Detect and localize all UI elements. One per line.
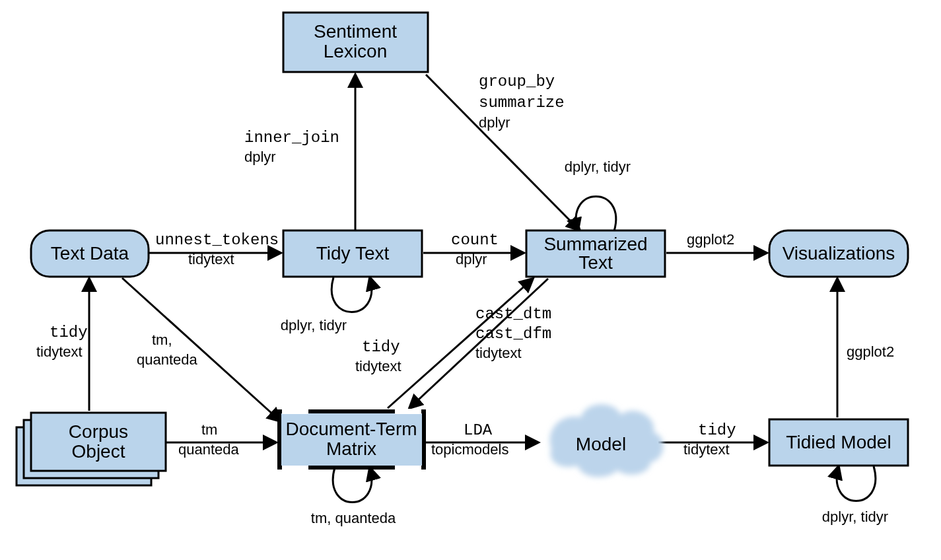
edge-label-summarized-to-dtm-p: tidytext [475,345,522,361]
edge-text-to-dtm [122,278,281,421]
node-tidied-model-label: Tidied Model [786,432,891,452]
edge-dtm-to-summarized [388,279,533,408]
node-visualizations-label: Visualizations [783,243,895,263]
node-text-data-label: Text Data [51,243,129,263]
edge-label-sentiment-to-summarized-f2: summarize [479,94,565,112]
node-tidy-text-label: Tidy Text [316,243,390,263]
edge-dtm-self-loop [333,468,372,503]
edge-label-tidy-to-summarized-pkg: dplyr [456,251,487,267]
node-summarized-label-1: Summarized [543,234,647,254]
edge-tidied-self-loop [837,466,876,501]
node-summarized-label-2: Text [578,252,613,273]
edge-label-tidy-to-sentiment-pkg: dplyr [244,149,276,165]
edge-label-model-to-tidied-f: tidy [698,421,736,439]
edge-label-text-to-tidy-pkg: tidytext [188,251,234,267]
edge-label-text-to-dtm-p: quanteda [137,351,198,368]
edge-label-text-to-tidy-func: unnest_tokens [155,231,279,249]
node-dtm-label-2: Matrix [326,438,376,459]
edge-summarized-to-dtm [409,279,548,408]
edge-label-summarized-to-dtm-f2: cast_dfm [475,325,551,343]
node-dtm-label-1: Document-Term [285,419,417,439]
edge-label-dtm-to-summarized-f: tidy [362,338,400,356]
edge-label-tidy-self: dplyr, tidyr [281,317,347,333]
svg-rect-0 [282,409,308,414]
edge-label-corpus-to-dtm-f: tm [201,421,217,438]
edge-summarized-self-loop [576,197,616,232]
edge-label-corpus-to-dtm-p: quanteda [178,441,240,458]
edge-label-summarized-self: dplyr, tidyr [565,158,631,175]
edge-label-text-to-dtm-f: tm, [152,332,172,348]
node-sentiment-label-2: Lexicon [324,41,388,61]
edge-label-tidy-to-summarized-func: count [451,231,499,249]
edge-label-dtm-to-model-f: LDA [464,421,493,439]
edge-label-tidied-self: dplyr, tidyr [822,508,888,525]
edge-tidy-self-loop [331,277,372,312]
node-corpus-label-2: Object [72,441,125,462]
edge-label-model-to-tidied-p: tidytext [683,441,730,458]
edge-label-summarized-to-viz-pkg: ggplot2 [687,231,734,248]
svg-rect-1 [395,409,421,414]
node-sentiment-label-1: Sentiment [314,21,397,42]
edge-label-tidied-to-viz-pkg: ggplot2 [847,343,894,360]
edge-label-sentiment-to-summarized-f1: group_by [479,73,555,90]
edge-label-corpus-to-text-func: tidy [50,324,88,341]
edge-label-corpus-to-text-pkg: tidytext [36,343,83,360]
edge-label-dtm-to-summarized-p: tidytext [355,358,401,374]
edge-label-summarized-to-dtm-f1: cast_dtm [475,305,551,323]
diagram-canvas: tidy tidytext unnest_tokens tidytext inn… [0,0,941,560]
svg-rect-2 [282,466,308,471]
node-model-label: Model [576,434,626,454]
node-corpus-label-1: Corpus [69,421,128,442]
svg-rect-3 [395,466,421,471]
edge-label-tidy-to-sentiment-func: inner_join [244,129,339,147]
edge-label-sentiment-to-summarized-pkg: dplyr [479,114,510,131]
edge-label-dtm-self: tm, quanteda [311,510,396,526]
edge-label-dtm-to-model-p: topicmodels [431,441,508,458]
